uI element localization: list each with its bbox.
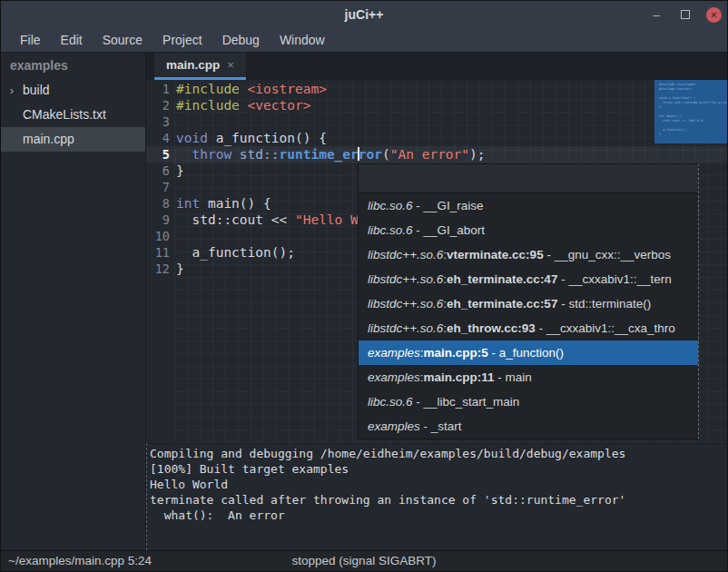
code-token: std::cout << xyxy=(176,212,295,227)
frame-file-line: vterminate.cc:95 xyxy=(447,248,544,261)
menu-item-window[interactable]: Window xyxy=(270,28,335,52)
code-token: #include xyxy=(176,98,240,113)
backtrace-item[interactable]: libstdc++.so.6:vterminate.cc:95 - __gnu_… xyxy=(359,242,698,267)
terminal-line: what(): An error xyxy=(150,508,728,523)
backtrace-item[interactable]: examples:main.cpp:5 - a_function() xyxy=(359,340,698,365)
sidebar-item-build[interactable]: ›build xyxy=(1,78,145,103)
status-debug-state: stopped (signal SIGABRT) xyxy=(1,551,727,571)
menu-item-project[interactable]: Project xyxy=(152,28,212,52)
backtrace-popup: libc.so.6 - __GI_raiselibc.so.6 - __GI_a… xyxy=(358,163,699,439)
chevron-right-icon: › xyxy=(5,78,19,103)
code-line: 1#include <iostream> xyxy=(146,81,728,97)
preview-line: } xyxy=(659,133,728,137)
menu-item-debug[interactable]: Debug xyxy=(212,28,270,52)
frame-function: - __GI_abort xyxy=(413,223,486,237)
maximize-button[interactable] xyxy=(677,6,694,23)
line-number: 8 xyxy=(146,195,176,212)
frame-file-line: main.cpp:5 xyxy=(424,346,488,360)
frame-function: - __cxxabiv1::__cxa_thro xyxy=(536,321,675,335)
file-tree-panel: examples ›buildCMakeLists.txtmain.cpp xyxy=(1,53,146,550)
backtrace-item[interactable]: examples:main.cpp:11 - main xyxy=(359,365,698,390)
terminal-line: [100%] Built target examples xyxy=(150,461,728,477)
backtrace-item[interactable]: libc.so.6 - __GI_abort xyxy=(359,218,698,242)
close-icon: ✕ xyxy=(710,10,717,20)
code-token: } xyxy=(176,261,184,276)
close-button[interactable]: ✕ xyxy=(706,7,722,23)
code-token: runtime_er xyxy=(280,147,359,162)
backtrace-item[interactable]: libstdc++.so.6:eh_terminate.cc:57 - std:… xyxy=(359,291,698,316)
code-text: std::cout << "Hello W xyxy=(176,212,359,228)
code-token xyxy=(240,82,248,96)
line-number: 7 xyxy=(146,179,176,195)
menu-item-file[interactable]: File xyxy=(10,28,51,52)
line-number: 10 xyxy=(146,228,176,244)
tab-label: main.cpp xyxy=(166,58,220,72)
frame-function: - __libc_start_main xyxy=(413,395,520,409)
menu-bar: FileEditSourceProjectDebugWindow xyxy=(1,28,727,53)
app-window: juCi++ – ✕ FileEditSourceProjectDebugWin… xyxy=(0,0,728,572)
backtrace-item[interactable]: libstdc++.so.6:eh_terminate.cc:47 - __cx… xyxy=(359,267,698,291)
frame-function: - __cxxabiv1::__tern xyxy=(557,272,671,286)
frame-library: libc.so.6 xyxy=(368,199,413,212)
code-text: #include <vector> xyxy=(176,97,310,113)
frame-function: - std::terminate() xyxy=(557,297,651,311)
code-token: int xyxy=(176,196,200,211)
backtrace-item[interactable]: libc.so.6 - __GI_raise xyxy=(359,193,698,218)
window-controls: – ✕ xyxy=(648,1,722,28)
code-text: #include <iostream> xyxy=(176,81,327,97)
tab-close-icon[interactable]: × xyxy=(227,58,234,72)
frame-library: libstdc++.so.6 xyxy=(368,321,443,335)
code-token: ror xyxy=(359,147,382,162)
frame-library: examples xyxy=(368,419,420,433)
code-token: "Hello W xyxy=(295,212,359,227)
backtrace-item[interactable]: libc.so.6 - __libc_start_main xyxy=(359,390,698,414)
code-line: 4void a_function() { xyxy=(146,130,728,146)
menu-item-edit[interactable]: Edit xyxy=(51,28,93,52)
backtrace-item[interactable]: examples - _start xyxy=(359,414,698,439)
code-line: 5 throw std::runtime_error("An error"); xyxy=(146,146,728,163)
code-text: } xyxy=(176,163,184,179)
code-text: a_function(); xyxy=(176,244,295,261)
frame-function: - _start xyxy=(420,419,462,433)
code-token: } xyxy=(176,163,184,178)
code-text: void a_function() { xyxy=(176,130,327,146)
frame-file-line: eh_terminate.cc:47 xyxy=(447,272,557,286)
frame-library: libstdc++.so.6 xyxy=(368,297,443,311)
code-token: a_function() { xyxy=(208,131,327,145)
code-token: main() { xyxy=(200,196,271,211)
code-token: #include xyxy=(176,82,240,96)
code-token: <vector> xyxy=(248,98,311,113)
code-text: throw std::runtime_error("An error"); xyxy=(176,146,486,163)
backtrace-item[interactable]: libstdc++.so.6:eh_throw.cc:93 - __cxxabi… xyxy=(359,316,698,340)
code-token: <iostream> xyxy=(248,82,327,96)
menu-item-source[interactable]: Source xyxy=(93,28,152,52)
sidebar-item-label: main.cpp xyxy=(19,127,74,152)
popup-search-entry[interactable] xyxy=(359,164,698,193)
frame-library: libstdc++.so.6 xyxy=(368,248,443,261)
frame-library: libc.so.6 xyxy=(368,395,413,409)
window-title: juCi++ xyxy=(1,1,727,28)
code-token: std:: xyxy=(240,147,280,162)
code-token xyxy=(231,147,240,162)
code-line: 2#include <vector> xyxy=(146,97,728,113)
status-bar: ~/examples/main.cpp 5:24 stopped (signal… xyxy=(1,550,727,571)
minimize-button[interactable]: – xyxy=(648,6,664,23)
sidebar-item-label: CMakeLists.txt xyxy=(19,103,106,127)
code-token: ); xyxy=(469,147,485,162)
code-token xyxy=(176,147,192,162)
tab-main-cpp[interactable]: main.cpp × xyxy=(154,53,246,80)
frame-library: libstdc++.so.6 xyxy=(368,272,443,286)
code-line: 3 xyxy=(146,113,728,130)
line-number: 12 xyxy=(146,261,176,277)
line-number: 1 xyxy=(146,81,176,97)
paned-separator[interactable] xyxy=(146,443,147,550)
terminal-output[interactable]: Compiling and debugging /home/eidheim/ex… xyxy=(147,443,728,550)
sidebar-item-cmakelists-txt[interactable]: CMakeLists.txt xyxy=(1,103,145,127)
frame-library: libc.so.6 xyxy=(368,223,413,237)
terminal-line: Compiling and debugging /home/eidheim/ex… xyxy=(150,446,728,461)
sidebar-item-main-cpp[interactable]: main.cpp xyxy=(1,127,145,152)
frame-library: examples xyxy=(368,346,420,360)
line-number: 9 xyxy=(146,212,176,228)
line-number: 4 xyxy=(146,130,176,146)
code-token: throw xyxy=(192,147,231,162)
